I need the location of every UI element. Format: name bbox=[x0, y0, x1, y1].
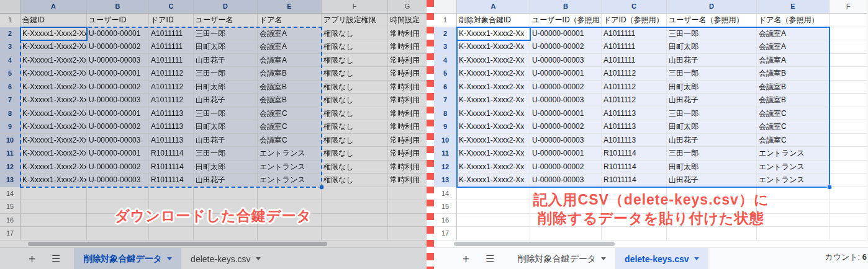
left-cell-F2[interactable]: 権限なし bbox=[322, 27, 388, 41]
right-rowheader-8[interactable]: 8 bbox=[434, 107, 457, 121]
left-cell-D7[interactable]: 山田花子 bbox=[194, 94, 258, 107]
right-cell-E10[interactable]: 会議室C bbox=[757, 134, 830, 148]
left-colheader-F[interactable]: F bbox=[322, 0, 388, 14]
left-cell-B7[interactable]: U-00000-00003 bbox=[87, 94, 149, 107]
left-cell-G6[interactable]: 常時利用 bbox=[388, 81, 427, 94]
right-cell-B4[interactable]: U-00000-00003 bbox=[530, 54, 602, 68]
right-cell-D15[interactable] bbox=[667, 200, 757, 214]
right-cell-A12[interactable]: K-Xxxxx1-Xxxx2-Xx bbox=[457, 161, 530, 174]
left-cell-F1[interactable]: アプリ設定権限 bbox=[322, 14, 388, 27]
left-cell-B11[interactable]: U-00000-00001 bbox=[87, 147, 149, 161]
right-cell-C5[interactable]: A1011112 bbox=[602, 67, 667, 81]
left-cell-F3[interactable]: 権限なし bbox=[322, 40, 388, 54]
right-cell-E14[interactable] bbox=[757, 187, 830, 201]
right-cell-E15[interactable] bbox=[757, 200, 830, 214]
left-cell-A16[interactable] bbox=[20, 214, 87, 227]
left-cell-C11[interactable]: R1011114 bbox=[149, 147, 194, 161]
right-horizontal-scrollbar-thumb[interactable] bbox=[454, 242, 615, 246]
right-cell-B13[interactable]: U-00000-00003 bbox=[530, 174, 602, 187]
right-cell-C9[interactable]: A1011113 bbox=[602, 120, 667, 134]
right-cell-C10[interactable]: A1011113 bbox=[602, 134, 667, 148]
left-rowheader-8[interactable]: 8 bbox=[0, 107, 20, 121]
tab-dropdown-caret-icon[interactable] bbox=[694, 257, 699, 260]
left-cell-E9[interactable]: 会議室C bbox=[258, 120, 322, 134]
right-cell-F7[interactable] bbox=[830, 94, 867, 107]
right-rowheader-5[interactable]: 5 bbox=[434, 67, 457, 81]
right-cell-E1[interactable]: ドア名（参照用） bbox=[757, 14, 830, 27]
left-cell-E4[interactable]: 会議室A bbox=[258, 54, 322, 68]
right-cell-E9[interactable]: 会議室C bbox=[757, 120, 830, 134]
right-cell-C8[interactable]: A1011113 bbox=[602, 107, 667, 121]
right-cell-F3[interactable] bbox=[830, 40, 867, 54]
left-rowheader-15[interactable]: 15 bbox=[0, 200, 20, 214]
left-cell-E16[interactable] bbox=[258, 214, 322, 227]
right-cell-D2[interactable]: 三田一郎 bbox=[667, 27, 757, 41]
right-cell-D17[interactable] bbox=[667, 227, 757, 240]
left-cell-A3[interactable]: K-Xxxxx1-Xxxx2-Xx bbox=[20, 40, 87, 54]
left-cell-D11[interactable]: 三田一郎 bbox=[194, 147, 258, 161]
left-cell-B8[interactable]: U-00000-00001 bbox=[87, 107, 149, 121]
right-rowheader-15[interactable]: 15 bbox=[434, 200, 457, 214]
left-cell-C9[interactable]: A1011113 bbox=[149, 120, 194, 134]
left-colheader-B[interactable]: B bbox=[87, 0, 149, 14]
left-cell-G15[interactable] bbox=[388, 200, 427, 214]
left-cell-G3[interactable]: 常時利用 bbox=[388, 40, 427, 54]
left-cell-C7[interactable]: A1011112 bbox=[149, 94, 194, 107]
left-cell-B13[interactable]: U-00000-00003 bbox=[87, 174, 149, 187]
right-cell-D4[interactable]: 山田花子 bbox=[667, 54, 757, 68]
left-cell-C2[interactable]: A1011111 bbox=[149, 27, 194, 41]
right-cell-D9[interactable]: 田町太郎 bbox=[667, 120, 757, 134]
left-rowheader-5[interactable]: 5 bbox=[0, 67, 20, 81]
right-cell-D13[interactable]: 山田花子 bbox=[667, 174, 757, 187]
right-rowheader-14[interactable]: 14 bbox=[434, 187, 457, 201]
left-cell-E12[interactable]: エントランス bbox=[258, 161, 322, 174]
right-cell-D5[interactable]: 三田一郎 bbox=[667, 67, 757, 81]
right-cell-D1[interactable]: ユーザー名（参照用） bbox=[667, 14, 757, 27]
left-cell-E3[interactable]: 会議室A bbox=[258, 40, 322, 54]
left-cell-C6[interactable]: A1011112 bbox=[149, 81, 194, 94]
right-cell-F8[interactable] bbox=[830, 107, 867, 121]
left-rowheader-9[interactable]: 9 bbox=[0, 120, 20, 134]
right-colheader-C[interactable]: C bbox=[602, 0, 667, 14]
left-cell-C4[interactable]: A1011111 bbox=[149, 54, 194, 68]
left-horizontal-scrollbar-thumb[interactable] bbox=[28, 242, 327, 246]
left-cell-D1[interactable]: ユーザー名 bbox=[194, 14, 258, 27]
right-cell-A6[interactable]: K-Xxxxx1-Xxxx2-Xx bbox=[457, 81, 530, 94]
left-cell-G2[interactable]: 常時利用 bbox=[388, 27, 427, 41]
left-rowheader-11[interactable]: 11 bbox=[0, 147, 20, 161]
left-cell-D9[interactable]: 田町太郎 bbox=[194, 120, 258, 134]
left-cell-D15[interactable] bbox=[194, 200, 258, 214]
right-cell-F4[interactable] bbox=[830, 54, 867, 68]
right-cell-F10[interactable] bbox=[830, 134, 867, 148]
left-cell-B2[interactable]: U-00000-00001 bbox=[87, 27, 149, 41]
right-rowheader-6[interactable]: 6 bbox=[434, 81, 457, 94]
right-rowheader-3[interactable]: 3 bbox=[434, 40, 457, 54]
left-cell-B16[interactable] bbox=[87, 214, 149, 227]
right-colheader-D[interactable]: D bbox=[667, 0, 757, 14]
right-select-all-corner[interactable] bbox=[434, 0, 457, 14]
right-cell-C14[interactable] bbox=[602, 187, 667, 201]
left-cell-F16[interactable] bbox=[322, 214, 388, 227]
left-cell-F12[interactable]: 権限なし bbox=[322, 161, 388, 174]
left-cell-D4[interactable]: 山田花子 bbox=[194, 54, 258, 68]
left-cell-A12[interactable]: K-Xxxxx1-Xxxx2-Xx bbox=[20, 161, 87, 174]
right-cell-F9[interactable] bbox=[830, 120, 867, 134]
left-cell-F11[interactable]: 権限なし bbox=[322, 147, 388, 161]
left-cell-A5[interactable]: K-Xxxxx1-Xxxx2-Xx bbox=[20, 67, 87, 81]
left-cell-A2[interactable]: K-Xxxxx1-Xxxx2-Xx bbox=[20, 27, 87, 41]
right-cell-E13[interactable]: エントランス bbox=[757, 174, 830, 187]
left-cell-D10[interactable]: 山田花子 bbox=[194, 134, 258, 148]
left-cell-G10[interactable]: 常時利用 bbox=[388, 134, 427, 148]
left-cell-G12[interactable]: 常時利用 bbox=[388, 161, 427, 174]
right-cell-D10[interactable]: 山田花子 bbox=[667, 134, 757, 148]
tab-delete-keys-csv[interactable]: delete-keys.csv bbox=[615, 248, 708, 269]
right-cell-B5[interactable]: U-00000-00001 bbox=[530, 67, 602, 81]
right-cell-E5[interactable]: 会議室B bbox=[757, 67, 830, 81]
left-cell-C17[interactable] bbox=[149, 227, 194, 240]
left-rowheader-16[interactable]: 16 bbox=[0, 214, 20, 227]
right-cell-A17[interactable] bbox=[457, 227, 530, 240]
left-rowheader-3[interactable]: 3 bbox=[0, 40, 20, 54]
all-sheets-menu-icon[interactable]: ☰ bbox=[52, 253, 60, 265]
right-rowheader-16[interactable]: 16 bbox=[434, 214, 457, 227]
left-cell-B1[interactable]: ユーザーID bbox=[87, 14, 149, 27]
